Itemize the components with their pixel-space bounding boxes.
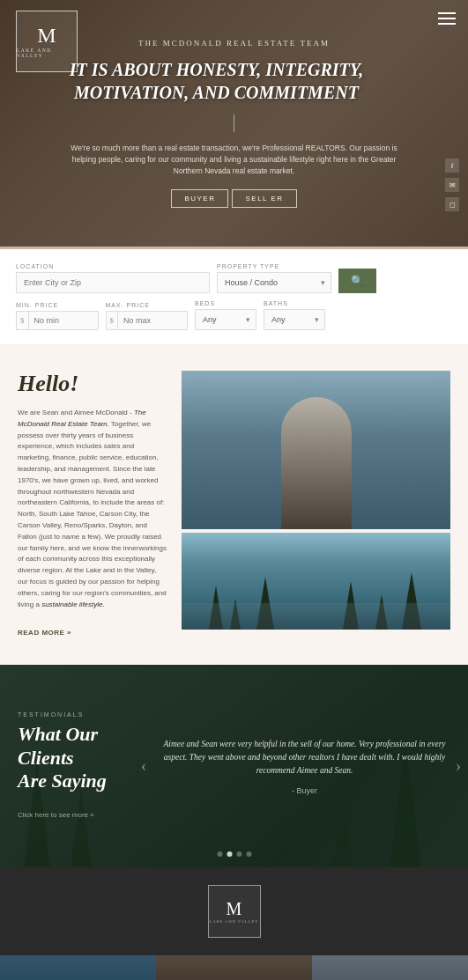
max-price-group: $ <box>106 311 189 330</box>
testimonials-right: Aimee and Sean were very helpful in the … <box>141 724 468 810</box>
couple-photo <box>182 371 450 529</box>
hero-divider <box>234 114 234 132</box>
search-row-2: MIN. PRICE $ MAX. PRICE $ BEDS Any1+2+3+… <box>16 300 452 330</box>
location-field: LOCATION <box>16 263 210 293</box>
location-input[interactable] <box>16 272 210 293</box>
buyer-button[interactable]: BUYER <box>171 189 228 208</box>
social-icons: f ✉ ◻ <box>445 158 459 211</box>
max-price-input[interactable] <box>117 311 188 330</box>
testimonials-heading: What Our Clients Are Saying <box>18 723 123 792</box>
hello-layout: Hello! We are Sean and Aimee McDonald - … <box>18 371 450 638</box>
min-price-prefix: $ <box>16 311 28 330</box>
landscape-photo <box>182 533 450 630</box>
read-more-link[interactable]: READ MORE » <box>18 629 71 637</box>
testimonials-heading-line1: What Our Clients <box>18 723 98 768</box>
search-icon: 🔍 <box>351 275 364 287</box>
search-button[interactable]: 🔍 <box>338 269 376 293</box>
testimonials-heading-line2: Are Saying <box>18 770 107 792</box>
testimonial-quote: Aimee and Sean were very helpful in the … <box>155 738 454 778</box>
beds-select-wrap: Any1+2+3+4+5+ <box>195 309 256 330</box>
max-price-field: MAX. PRICE $ <box>106 302 189 330</box>
hero-tagline: IT IS ABOUT HONESTY, INTEGRITY, MOTIVATI… <box>67 58 367 104</box>
hello-section: Hello! We are Sean and Aimee McDonald - … <box>0 344 468 665</box>
footer-logo-letter: M <box>227 899 242 919</box>
hamburger-menu[interactable] <box>438 12 456 25</box>
logo[interactable]: M LAKE AND VALLEY <box>16 11 78 72</box>
testimonial-dot-4[interactable] <box>246 851 251 857</box>
min-price-input[interactable] <box>28 311 99 330</box>
city-tahoe-overlay: Lake Tahoe <box>0 955 156 980</box>
hello-body-para2: Together, we possess over thirty years o… <box>18 420 167 608</box>
team-name: THE MCDONALD REAL ESTATE TEAM <box>67 39 402 48</box>
testimonial-author: - Buyer <box>155 786 454 795</box>
baths-label: BATHS <box>264 300 325 306</box>
hero-content: THE MCDONALD REAL ESTATE TEAM IT IS ABOU… <box>41 30 428 216</box>
testimonials-content: TESTIMONIALS What Our Clients Are Saying… <box>0 694 468 838</box>
beds-select[interactable]: Any1+2+3+4+5+ <box>195 309 256 330</box>
testimonials-section: TESTIMONIALS What Our Clients Are Saying… <box>0 665 468 867</box>
email-icon[interactable]: ✉ <box>445 178 459 192</box>
baths-field: BATHS Any1+2+3+4+ <box>264 300 325 330</box>
hello-text: Hello! We are Sean and Aimee McDonald - … <box>18 371 167 638</box>
search-row-1: LOCATION PROPERTY TYPE House / Condo Sin… <box>16 263 452 293</box>
testimonial-next-arrow[interactable]: › <box>456 757 461 776</box>
testimonial-dot-3[interactable] <box>236 851 241 857</box>
hero-buttons: BUYER SELL ER <box>67 189 402 208</box>
city-reno[interactable]: Reno/Sparks <box>156 955 312 980</box>
testimonial-dots <box>217 851 251 857</box>
property-type-select-wrap: House / Condo Single Family Condo Land C… <box>217 272 331 293</box>
baths-select-wrap: Any1+2+3+4+ <box>264 309 325 330</box>
reflection <box>182 603 450 630</box>
min-price-group: $ <box>16 311 99 330</box>
testimonials-left: TESTIMONIALS What Our Clients Are Saying… <box>0 694 141 838</box>
hello-body: We are Sean and Aimee McDonald - The McD… <box>18 408 167 610</box>
hello-body-italic2: sustainable lifestyle. <box>41 601 105 608</box>
cities-section: Lake Tahoe Reno/Sparks Carson City <box>0 955 468 980</box>
location-label: LOCATION <box>16 263 210 269</box>
hello-title: Hello! <box>18 371 167 397</box>
testimonials-see-more-link[interactable]: Click here to see more » <box>18 811 94 819</box>
city-carson-overlay: Carson City <box>312 955 468 980</box>
testimonial-prev-arrow[interactable]: ‹ <box>141 757 146 776</box>
city-reno-overlay: Reno/Sparks <box>156 955 312 980</box>
hero-section: M LAKE AND VALLEY THE MCDONALD REAL ESTA… <box>0 0 468 247</box>
seller-button[interactable]: SELL ER <box>232 189 296 208</box>
beds-label: BEDS <box>195 300 256 306</box>
hero-description: We're so much more than a real estate tr… <box>67 143 402 176</box>
city-tahoe[interactable]: Lake Tahoe <box>0 955 156 980</box>
instagram-icon[interactable]: ◻ <box>445 197 459 211</box>
logo-subtext-bottom: LAKE AND VALLEY <box>17 48 77 58</box>
footer-logo[interactable]: M LAKE AND VALLEY <box>208 885 261 938</box>
logo-letter: M <box>37 25 56 46</box>
footer-logo-section: M LAKE AND VALLEY <box>0 867 468 955</box>
search-section: LOCATION PROPERTY TYPE House / Condo Sin… <box>0 247 468 344</box>
property-type-field: PROPERTY TYPE House / Condo Single Famil… <box>217 263 331 293</box>
max-price-label: MAX. PRICE <box>106 302 189 308</box>
testimonial-dot-2[interactable] <box>227 851 232 857</box>
min-price-field: MIN. PRICE $ <box>16 302 99 330</box>
max-price-prefix: $ <box>106 311 118 330</box>
testimonials-label: TESTIMONIALS <box>18 711 123 718</box>
property-type-select[interactable]: House / Condo Single Family Condo Land C… <box>217 272 331 293</box>
min-price-label: MIN. PRICE <box>16 302 99 308</box>
testimonial-dot-1[interactable] <box>217 851 222 857</box>
facebook-icon[interactable]: f <box>445 158 459 173</box>
city-carson[interactable]: Carson City <box>312 955 468 980</box>
beds-field: BEDS Any1+2+3+4+5+ <box>195 300 256 330</box>
baths-select[interactable]: Any1+2+3+4+ <box>264 309 325 330</box>
hello-body-para1: We are Sean and Aimee McDonald - <box>18 409 134 416</box>
hello-image <box>182 371 450 638</box>
property-type-label: PROPERTY TYPE <box>217 263 331 269</box>
footer-logo-sub: LAKE AND VALLEY <box>209 919 258 924</box>
